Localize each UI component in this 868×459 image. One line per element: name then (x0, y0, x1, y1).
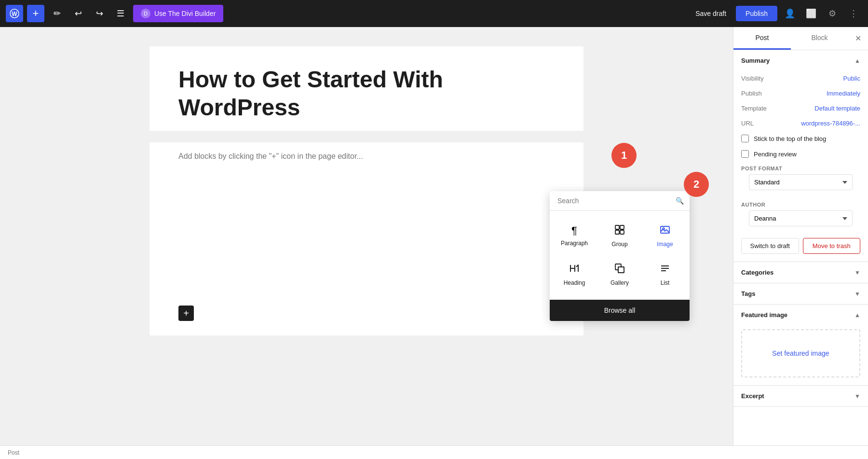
svg-rect-9 (618, 267, 624, 273)
publish-button[interactable]: Publish (736, 6, 777, 21)
user-button[interactable]: 👤 (781, 5, 799, 22)
sidebar-close-button[interactable]: ✕ (848, 27, 868, 50)
more-options-button[interactable]: ⋮ (845, 5, 862, 22)
editor-area: How to Get Started With WordPress Add bl… (0, 27, 733, 445)
block-paragraph[interactable]: ¶ Paragraph (554, 219, 595, 253)
heading-icon (569, 263, 580, 277)
tags-toggle: ▼ (854, 291, 860, 297)
summary-header[interactable]: Summary ▲ (733, 50, 868, 71)
block-inserter-popup: 🔍 ¶ Paragraph Group (550, 191, 690, 321)
image-label: Image (657, 241, 673, 248)
edit-button[interactable]: ✏ (48, 5, 66, 22)
featured-image-header[interactable]: Featured image ▲ (733, 305, 868, 325)
paragraph-label: Paragraph (561, 240, 588, 247)
featured-image-section: Featured image ▲ Set featured image (733, 305, 868, 386)
more-icon: ⋮ (849, 8, 858, 19)
divi-btn-label: Use The Divi Builder (154, 10, 216, 17)
add-block-button[interactable]: + (178, 306, 194, 321)
toolbar: W + ✏ ↩ ↪ ☰ D Use The Divi Builder Save … (0, 0, 868, 27)
publish-value[interactable]: Immediately (827, 90, 860, 97)
stick-top-label: Stick to the top of the blog (754, 135, 826, 142)
post-title[interactable]: How to Get Started With WordPress (149, 46, 583, 131)
editor-body[interactable]: Add blocks by clicking the "+" icon in t… (149, 142, 583, 335)
gallery-icon (614, 263, 625, 277)
block-gallery[interactable]: Gallery (599, 257, 640, 292)
block-search-input[interactable] (554, 193, 674, 209)
body-placeholder: Add blocks by clicking the "+" icon in t… (178, 152, 555, 161)
gallery-label: Gallery (610, 279, 629, 286)
tab-post[interactable]: Post (733, 27, 791, 50)
block-grid: ¶ Paragraph Group (550, 211, 690, 300)
tags-title: Tags (741, 290, 755, 297)
divi-icon: D (141, 9, 150, 18)
list-icon (660, 263, 670, 277)
undo-icon: ↩ (75, 8, 82, 19)
svg-rect-3 (620, 225, 624, 229)
block-search-container: 🔍 (550, 191, 690, 211)
pending-review-label: Pending review (754, 151, 797, 158)
template-label: Template (741, 105, 767, 112)
visibility-row: Visibility Public (733, 71, 868, 86)
badge-2: 2 (684, 172, 709, 197)
svg-rect-6 (661, 226, 669, 233)
publish-label: Publish (741, 90, 762, 97)
save-draft-button[interactable]: Save draft (690, 6, 732, 21)
url-value[interactable]: wordpress-784896-... (801, 120, 860, 127)
excerpt-section: Excerpt ▼ (733, 386, 868, 407)
url-label: URL (741, 120, 754, 127)
block-image[interactable]: Image (644, 219, 686, 253)
tab-block[interactable]: Block (791, 27, 848, 50)
redo-button[interactable]: ↪ (91, 5, 108, 22)
move-trash-button[interactable]: Move to trash (803, 238, 861, 254)
main-layout: How to Get Started With WordPress Add bl… (0, 27, 868, 445)
author-select[interactable]: Deanna (749, 210, 853, 226)
tags-section: Tags ▼ (733, 283, 868, 305)
template-row: Template Default template (733, 101, 868, 116)
browse-all-button[interactable]: Browse all (550, 300, 690, 321)
svg-text:W: W (12, 11, 17, 17)
redo-icon: ↪ (96, 8, 103, 19)
block-list[interactable]: List (644, 257, 686, 292)
excerpt-toggle: ▼ (854, 393, 860, 400)
search-icon: 🔍 (674, 195, 686, 207)
categories-title: Categories (741, 269, 773, 276)
status-label: Post (8, 449, 19, 456)
stick-top-row: Stick to the top of the blog (733, 131, 868, 146)
switch-draft-button[interactable]: Switch to draft (741, 238, 799, 254)
heading-label: Heading (564, 279, 585, 286)
wp-logo: W (6, 5, 23, 22)
undo-button[interactable]: ↩ (69, 5, 87, 22)
template-value[interactable]: Default template (814, 105, 860, 112)
visibility-value[interactable]: Public (843, 75, 860, 82)
post-format-select[interactable]: Standard Aside Image Video Quote Link (749, 174, 853, 190)
editor-content: How to Get Started With WordPress Add bl… (149, 46, 583, 426)
paragraph-icon: ¶ (571, 224, 577, 237)
view-button[interactable]: ⬜ (802, 5, 820, 22)
add-block-toolbar-button[interactable]: + (27, 5, 44, 22)
pending-review-checkbox[interactable] (741, 150, 749, 158)
tags-header[interactable]: Tags ▼ (733, 283, 868, 304)
group-icon (614, 224, 625, 238)
sidebar: Post Block ✕ Summary ▲ Visibility Public… (733, 27, 868, 445)
image-icon (660, 224, 670, 238)
svg-rect-5 (620, 230, 624, 234)
pending-review-row: Pending review (733, 146, 868, 162)
stick-top-checkbox[interactable] (741, 135, 749, 142)
settings-button[interactable]: ⚙ (824, 5, 841, 22)
sidebar-tabs: Post Block ✕ (733, 27, 868, 50)
set-featured-image-button[interactable]: Set featured image (741, 329, 860, 377)
excerpt-header[interactable]: Excerpt ▼ (733, 386, 868, 406)
pencil-icon: ✏ (54, 8, 61, 19)
sidebar-actions: Switch to draft Move to trash (733, 234, 868, 262)
status-bar: Post (0, 445, 868, 459)
block-group[interactable]: Group (599, 219, 640, 253)
featured-image-title: Featured image (741, 311, 787, 319)
block-heading[interactable]: Heading (554, 257, 595, 292)
url-row: URL wordpress-784896-... (733, 116, 868, 131)
group-label: Group (611, 241, 627, 248)
list-view-button[interactable]: ☰ (112, 5, 129, 22)
excerpt-title: Excerpt (741, 392, 764, 400)
divi-builder-button[interactable]: D Use The Divi Builder (133, 5, 223, 22)
categories-header[interactable]: Categories ▼ (733, 262, 868, 283)
summary-title: Summary (741, 57, 770, 64)
